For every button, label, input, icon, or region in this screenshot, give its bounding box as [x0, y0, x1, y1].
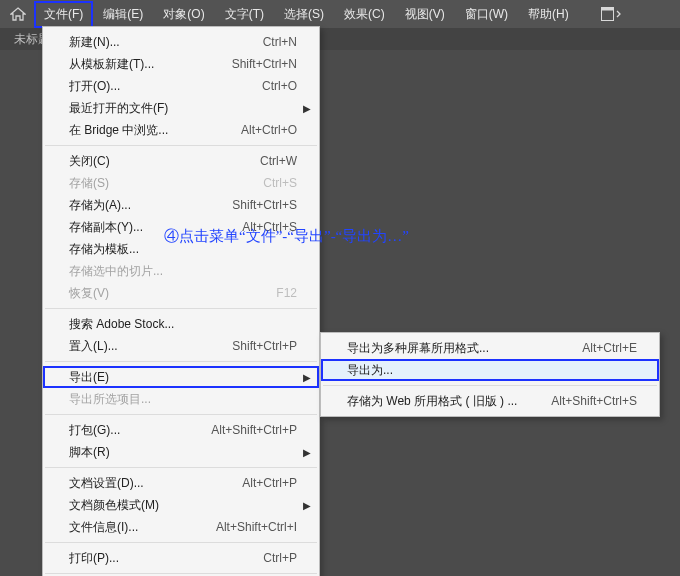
- menu-item-label: 恢复(V): [69, 285, 246, 302]
- file-menu-item: 导出所选项目...: [43, 388, 319, 410]
- menu-item-shortcut: Ctrl+S: [263, 176, 297, 190]
- menu-item-shortcut: Alt+Ctrl+O: [241, 123, 297, 137]
- home-icon[interactable]: [8, 4, 28, 24]
- menubar-item-6[interactable]: 视图(V): [395, 1, 455, 28]
- menu-item-label: 存储选中的切片...: [69, 263, 297, 280]
- menu-item-label: 打包(G)...: [69, 422, 181, 439]
- menu-separator: [323, 385, 657, 386]
- file-menu-item[interactable]: 脚本(R)▶: [43, 441, 319, 463]
- menu-item-shortcut: Alt+Shift+Ctrl+P: [211, 423, 297, 437]
- export-submenu-dropdown: 导出为多种屏幕所用格式...Alt+Ctrl+E导出为...存储为 Web 所用…: [320, 332, 660, 417]
- menu-item-label: 从模板新建(T)...: [69, 56, 202, 73]
- menu-item-shortcut: Shift+Ctrl+P: [232, 339, 297, 353]
- menu-separator: [45, 361, 317, 362]
- file-menu-item: 存储(S)Ctrl+S: [43, 172, 319, 194]
- menu-item-label: 文件信息(I)...: [69, 519, 186, 536]
- menubar-item-0[interactable]: 文件(F): [34, 1, 93, 28]
- export-menu-item[interactable]: 存储为 Web 所用格式 ( 旧版 ) ...Alt+Shift+Ctrl+S: [321, 390, 659, 412]
- chevron-right-icon: ▶: [303, 103, 311, 114]
- menu-item-label: 关闭(C): [69, 153, 230, 170]
- menubar-item-7[interactable]: 窗口(W): [455, 1, 518, 28]
- file-menu-item[interactable]: 文档设置(D)...Alt+Ctrl+P: [43, 472, 319, 494]
- menu-item-label: 导出为多种屏幕所用格式...: [347, 340, 552, 357]
- menu-item-shortcut: F12: [276, 286, 297, 300]
- menu-item-label: 导出为...: [347, 362, 637, 379]
- svg-rect-1: [601, 8, 613, 11]
- menu-separator: [45, 414, 317, 415]
- file-menu-item[interactable]: 新建(N)...Ctrl+N: [43, 31, 319, 53]
- menu-item-shortcut: Alt+Ctrl+P: [242, 476, 297, 490]
- menubar-item-3[interactable]: 文字(T): [215, 1, 274, 28]
- menu-item-label: 导出所选项目...: [69, 391, 297, 408]
- menu-item-label: 打开(O)...: [69, 78, 232, 95]
- menu-item-label: 新建(N)...: [69, 34, 233, 51]
- menu-item-label: 文档设置(D)...: [69, 475, 212, 492]
- chevron-right-icon: ▶: [303, 372, 311, 383]
- menu-item-label: 在 Bridge 中浏览...: [69, 122, 211, 139]
- menu-item-label: 存储为 Web 所用格式 ( 旧版 ) ...: [347, 393, 521, 410]
- file-menu-item[interactable]: 导出(E)▶: [43, 366, 319, 388]
- menu-item-label: 脚本(R): [69, 444, 297, 461]
- export-menu-item[interactable]: 导出为...: [321, 359, 659, 381]
- menu-separator: [45, 573, 317, 574]
- menu-item-label: 存储(S): [69, 175, 233, 192]
- file-menu-item[interactable]: 搜索 Adobe Stock...: [43, 313, 319, 335]
- menu-separator: [45, 467, 317, 468]
- file-menu-item: 恢复(V)F12: [43, 282, 319, 304]
- file-menu-item[interactable]: 文件信息(I)...Alt+Shift+Ctrl+I: [43, 516, 319, 538]
- menu-item-shortcut: Ctrl+O: [262, 79, 297, 93]
- file-menu-item[interactable]: 存储副本(Y)...Alt+Ctrl+S: [43, 216, 319, 238]
- menu-item-shortcut: Shift+Ctrl+N: [232, 57, 297, 71]
- menubar-item-5[interactable]: 效果(C): [334, 1, 395, 28]
- chevron-right-icon: ▶: [303, 447, 311, 458]
- file-menu-item[interactable]: 置入(L)...Shift+Ctrl+P: [43, 335, 319, 357]
- menu-item-label: 打印(P)...: [69, 550, 233, 567]
- file-menu-item[interactable]: 打包(G)...Alt+Shift+Ctrl+P: [43, 419, 319, 441]
- menu-item-shortcut: Ctrl+P: [263, 551, 297, 565]
- menu-item-label: 置入(L)...: [69, 338, 202, 355]
- file-menu-item[interactable]: 文档颜色模式(M)▶: [43, 494, 319, 516]
- menu-item-label: 文档颜色模式(M): [69, 497, 297, 514]
- menu-item-label: 存储副本(Y)...: [69, 219, 212, 236]
- file-menu-item[interactable]: 存储为(A)...Shift+Ctrl+S: [43, 194, 319, 216]
- menu-item-shortcut: Ctrl+N: [263, 35, 297, 49]
- export-menu-item[interactable]: 导出为多种屏幕所用格式...Alt+Ctrl+E: [321, 337, 659, 359]
- file-menu-item[interactable]: 在 Bridge 中浏览...Alt+Ctrl+O: [43, 119, 319, 141]
- menubar-item-4[interactable]: 选择(S): [274, 1, 334, 28]
- file-menu-item[interactable]: 从模板新建(T)...Shift+Ctrl+N: [43, 53, 319, 75]
- menu-item-label: 最近打开的文件(F): [69, 100, 297, 117]
- menu-separator: [45, 145, 317, 146]
- menu-item-shortcut: Alt+Shift+Ctrl+I: [216, 520, 297, 534]
- menu-item-shortcut: Alt+Ctrl+S: [242, 220, 297, 234]
- file-menu-item[interactable]: 打开(O)...Ctrl+O: [43, 75, 319, 97]
- menu-item-label: 存储为(A)...: [69, 197, 202, 214]
- file-menu-item[interactable]: 关闭(C)Ctrl+W: [43, 150, 319, 172]
- chevron-right-icon: ▶: [303, 500, 311, 511]
- file-menu-item: 存储选中的切片...: [43, 260, 319, 282]
- file-menu-item[interactable]: 存储为模板...: [43, 238, 319, 260]
- arrange-panels-icon[interactable]: [599, 5, 623, 23]
- menu-item-label: 导出(E): [69, 369, 297, 386]
- menu-separator: [45, 542, 317, 543]
- menubar-item-8[interactable]: 帮助(H): [518, 1, 579, 28]
- menu-item-label: 搜索 Adobe Stock...: [69, 316, 297, 333]
- file-menu-dropdown: 新建(N)...Ctrl+N从模板新建(T)...Shift+Ctrl+N打开(…: [42, 26, 320, 576]
- file-menu-item[interactable]: 打印(P)...Ctrl+P: [43, 547, 319, 569]
- menu-item-shortcut: Ctrl+W: [260, 154, 297, 168]
- menu-item-shortcut: Alt+Ctrl+E: [582, 341, 637, 355]
- menu-item-label: 存储为模板...: [69, 241, 297, 258]
- file-menu-item[interactable]: 最近打开的文件(F)▶: [43, 97, 319, 119]
- menu-item-shortcut: Alt+Shift+Ctrl+S: [551, 394, 637, 408]
- menubar-item-2[interactable]: 对象(O): [153, 1, 214, 28]
- menubar-item-1[interactable]: 编辑(E): [93, 1, 153, 28]
- menu-item-shortcut: Shift+Ctrl+S: [232, 198, 297, 212]
- menu-separator: [45, 308, 317, 309]
- menubar: 文件(F)编辑(E)对象(O)文字(T)选择(S)效果(C)视图(V)窗口(W)…: [0, 0, 680, 28]
